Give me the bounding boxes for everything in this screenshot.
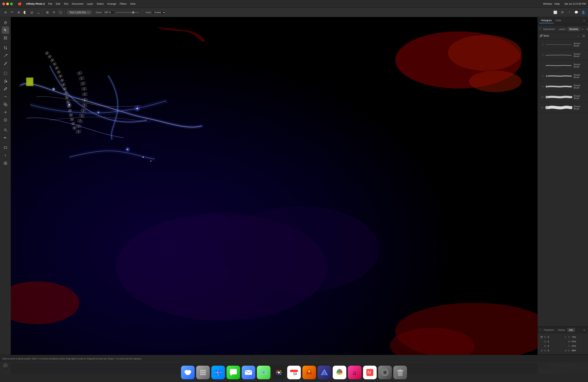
menu-edit[interactable]: Edit [56,2,60,5]
tab-color[interactable]: Color [554,18,563,23]
dock-photos[interactable] [272,366,286,379]
brushes-category[interactable]: Basic [544,34,576,37]
toolbar-hue-btn[interactable]: ◎ [29,9,35,16]
panel-menu-icon[interactable]: ≡ [582,18,587,23]
dropper-tool-btn[interactable] [2,85,9,93]
selection-tool-btn[interactable] [2,70,9,77]
dock-system-prefs[interactable] [378,366,392,379]
tab-transform[interactable]: Transform [542,328,556,332]
tab-brushes[interactable]: Brushes [567,27,580,31]
toolbar-mask-btn[interactable]: ⚊ [35,9,42,16]
hand-tool-btn[interactable] [2,19,9,26]
dock: 13 ♫ N [0,362,588,382]
brush-item-3[interactable]: · Round Brush [538,60,588,71]
zoom-input[interactable] [103,11,115,14]
toolbar-user-icon[interactable]: 👤 [580,9,587,16]
menu-filters[interactable]: Filters [120,2,126,5]
toolbar-crop-btn[interactable]: ✕ [51,9,57,16]
dock-trash[interactable] [393,366,407,379]
toolbar-snap-btn[interactable]: ≋ [2,9,9,16]
zoom-tool-btn[interactable] [2,126,9,134]
brush-item-2[interactable]: 2 Round Brush [538,50,588,60]
dock-launchpad[interactable] [196,366,210,379]
top-panel-tabs: Histogram Color ≡ [538,17,588,24]
dock-maps[interactable] [257,366,271,379]
brushes-chevron-icon[interactable]: ⌄ [576,33,581,38]
brushes-grid-icon[interactable]: ⊞ [581,33,586,38]
tab-layers[interactable]: Layers [557,27,567,31]
fill-tool-btn[interactable] [2,77,9,85]
toolbar-share-icon[interactable]: ↑ [566,9,572,16]
menu-bar: 🍎 Affinity Photo 2 File Edit Text Docume… [0,0,588,8]
canvas-area[interactable] [11,17,537,374]
sub-panel-menu-icon[interactable]: ≡ [580,27,585,32]
brush-item-4[interactable]: 4 Round Brush [538,71,588,81]
status-bar: Click to zoom in about a point. Click+⌥ … [0,355,588,362]
info-tabs: ⠿ Transform History Info ≡ [538,327,588,333]
zoom-slider[interactable] [116,12,139,13]
tab-history[interactable]: History [556,328,567,332]
dock-fox-ftp[interactable] [302,366,316,379]
pointer-tool-btn[interactable] [2,26,9,34]
svg-point-75 [276,373,278,375]
text-tool-btn[interactable]: T [2,152,9,159]
pen-tool-btn[interactable] [2,52,9,59]
dock-mail[interactable] [242,366,255,379]
toolbar-tone-btn[interactable]: 🌗 [22,9,28,16]
window-controls [2,2,13,5]
brush-item-8[interactable]: 8 Round Brush [538,81,588,92]
fullscreen-button[interactable] [10,2,13,5]
brush-item-32[interactable]: 32 Round Brush [538,102,588,113]
menu-text[interactable]: Text [63,2,68,5]
menu-file[interactable]: File [48,2,52,5]
crop-tool-btn[interactable] [2,44,9,52]
clone-tool-btn[interactable] [2,101,9,108]
menu-view[interactable]: View [130,2,136,5]
dock-music[interactable]: ♫ [348,366,361,379]
smudge-tool-btn[interactable] [2,93,9,100]
menu-layer[interactable]: Layer [87,2,93,5]
menu-document[interactable]: Document [72,2,83,5]
brush-item-16[interactable]: 16 Round Brush [538,92,588,102]
toolbar-layers-btn[interactable]: ⧉ [16,9,22,16]
dock-calendar[interactable]: 13 [287,366,301,379]
dock-news[interactable]: N [363,366,377,379]
menu-arrange[interactable]: Arrange [107,2,116,5]
status-hint: Click to zoom in about a point. Click+⌥ … [2,358,142,360]
close-button[interactable] [2,2,5,5]
info-panel-menu[interactable]: ≡ [582,328,587,332]
toolbar-grid-btn[interactable]: ⊞ [44,9,50,16]
dock-messages[interactable] [227,366,240,379]
toolbar-comment-icon[interactable]: 💬 [573,9,579,16]
rect-tool-btn[interactable] [2,144,9,151]
minimize-button[interactable] [6,2,9,5]
dodge-tool-btn[interactable] [2,116,9,124]
table-tool-btn[interactable] [2,159,9,167]
brush-item-1[interactable]: 1 Round Brush [538,39,588,50]
dock-affinity-photo[interactable] [317,366,331,379]
brush-num-2: 2 [540,54,544,56]
toolbar-history-icon[interactable]: ⟳ [559,9,566,16]
menu-help[interactable]: Help [554,2,560,5]
dock-chrome[interactable] [333,366,346,379]
tab-adjustment[interactable]: Adjustment [541,27,557,31]
toolbar-curves-btn[interactable]: 〜 [9,9,15,16]
document-close-icon[interactable]: ✕ [87,11,89,14]
dock-safari[interactable] [211,366,225,379]
units-select[interactable]: Inches Pixels mm cm [152,10,166,15]
sub-panel-actions: ≡ ⊞ [580,27,588,32]
tab-info[interactable]: Info [567,328,575,332]
gradient-tool-btn[interactable] [2,134,9,141]
brush-tool-btn[interactable] [2,60,9,67]
tab-histogram[interactable]: Histogram [539,18,554,23]
apple-menu[interactable]: 🍎 [18,2,22,6]
info-menu-icon[interactable]: ≡ [582,328,587,332]
sub-panel-grid-icon[interactable]: ⊞ [586,27,588,32]
menu-select[interactable]: Select [97,2,104,5]
toolbar-view-icon[interactable]: ⬜ [552,9,558,16]
healing-tool-btn[interactable] [2,108,9,116]
menu-window[interactable]: Window [543,2,552,5]
dock-finder[interactable] [181,366,195,379]
node-tool-btn[interactable] [2,34,9,42]
toolbar-frame-btn[interactable]: ⬛ [57,9,63,16]
